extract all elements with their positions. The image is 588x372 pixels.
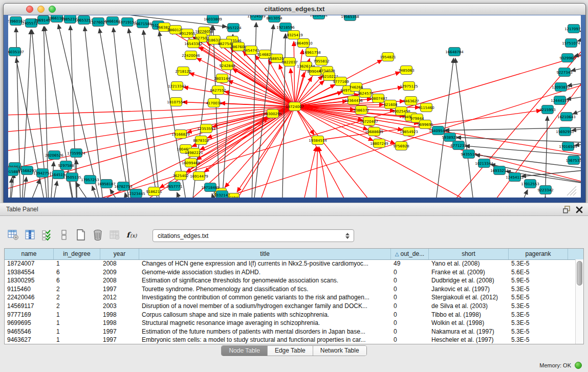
table-row[interactable]: 946554611997Estimation of the future num… (5, 327, 575, 336)
graph-node[interactable]: 9186211 (146, 187, 162, 196)
citation-edge[interactable] (295, 106, 581, 183)
table-cell[interactable]: 0 (391, 336, 429, 344)
column-header-name[interactable]: name (5, 249, 54, 259)
graph-node[interactable]: 7857224 (225, 24, 242, 32)
table-cell[interactable]: 9465546 (5, 327, 54, 336)
table-row[interactable]: 946362711997Embryonic stem cells: a mode… (5, 336, 575, 344)
table-cell[interactable]: 5.3E-5 (509, 311, 568, 319)
scrollbar-thumb[interactable] (577, 261, 582, 286)
citation-edge[interactable] (295, 50, 302, 106)
table-cell[interactable]: 5.5E-5 (509, 293, 568, 302)
graph-node[interactable]: 8215953 (539, 105, 555, 114)
table-cell[interactable]: 5.3E-5 (509, 327, 568, 336)
table-row[interactable]: 1456911722003Disruption of a novel membe… (5, 302, 575, 311)
citation-edge[interactable] (521, 169, 581, 177)
table-cell[interactable]: 1998 (100, 319, 139, 327)
graph-node[interactable]: 16648784 (445, 48, 464, 56)
table-cell[interactable]: 1 (54, 336, 100, 344)
graph-node[interactable]: 10213344 (475, 159, 493, 168)
graph-node[interactable]: 9115460 (418, 103, 434, 112)
citation-edge[interactable] (184, 87, 295, 106)
table-cell[interactable]: 2 (54, 285, 100, 294)
table-cell[interactable]: Stergiakouli et al. (2012) (429, 293, 509, 302)
table-cell[interactable]: 2003 (100, 302, 139, 311)
table-cell[interactable]: Dudbridge et al. (2008) (429, 276, 509, 285)
table-cell[interactable]: 6 (54, 268, 100, 277)
graph-node[interactable]: 16210643 (557, 113, 576, 121)
graph-node[interactable]: 9756928 (393, 142, 409, 150)
table-cell[interactable]: 5.9E-5 (509, 276, 568, 285)
table-cell[interactable]: 1997 (100, 285, 139, 294)
citation-edge[interactable] (577, 36, 581, 41)
table-cell[interactable]: Corpus callosum shape and size in male p… (139, 311, 391, 319)
citation-edge[interactable] (49, 181, 57, 198)
graph-node[interactable]: 12353593 (197, 124, 215, 133)
graph-node[interactable]: 17957253 (81, 176, 99, 184)
import-table-button[interactable] (108, 229, 121, 241)
new-table-button[interactable] (75, 229, 87, 241)
citation-edge[interactable] (21, 177, 27, 198)
citation-edge[interactable] (433, 41, 581, 198)
table-cell[interactable]: 0 (391, 319, 429, 327)
table-cell[interactable]: 9699695 (5, 319, 54, 327)
graph-node[interactable]: 15751074 (562, 39, 580, 48)
graph-node[interactable]: 9699695 (417, 120, 433, 129)
table-cell[interactable]: 49 (391, 259, 429, 268)
close-panel-icon[interactable] (576, 206, 583, 213)
graph-node[interactable]: 6771233 (450, 141, 466, 150)
table-cell[interactable]: 22420046 (5, 293, 54, 302)
table-cell[interactable]: Disruption of a novel member of a sodium… (139, 302, 391, 311)
table-cell[interactable]: Changes of HCN gene expression and I(f) … (139, 259, 391, 268)
table-cell[interactable]: Franke et al. (2009) (429, 268, 509, 277)
table-row[interactable]: 1830029562008Estimation of significance … (5, 276, 575, 285)
column-header-in_degree[interactable]: in_degree (54, 249, 100, 259)
table-cell[interactable]: 0 (391, 293, 429, 302)
table-cell[interactable]: Jankovic et al. (1997) (429, 285, 509, 294)
graph-node[interactable]: 7485063 (398, 66, 414, 75)
table-cell[interactable]: 2 (54, 293, 100, 302)
table-settings-button[interactable] (7, 229, 19, 241)
table-select-combobox[interactable]: citations_edges.txt (153, 229, 354, 242)
citation-edge[interactable] (456, 138, 581, 143)
citation-edge[interactable] (177, 192, 190, 198)
citation-edge[interactable] (297, 147, 316, 198)
citation-edge[interactable] (113, 28, 134, 198)
graph-node[interactable]: 2718120 (175, 67, 191, 76)
graph-node[interactable]: 9227343 (556, 68, 572, 77)
table-cell[interactable]: 5.6E-5 (509, 268, 568, 277)
delete-table-button[interactable] (92, 229, 104, 241)
table-cell[interactable]: 0 (391, 311, 429, 319)
graph-node[interactable]: 16914479 (190, 172, 208, 181)
table-cell[interactable]: 1998 (100, 311, 139, 319)
table-cell[interactable]: 5.3E-5 (509, 336, 568, 344)
table-cell[interactable]: 1997 (100, 327, 139, 336)
table-vertical-scrollbar[interactable] (575, 259, 583, 344)
graph-node[interactable]: 26035107 (8, 48, 24, 56)
table-cell[interactable]: 1 (54, 311, 100, 319)
citation-edge[interactable] (49, 162, 54, 198)
select-columns-button[interactable] (24, 229, 36, 241)
graph-node[interactable]: 16961758 (302, 48, 321, 57)
tab-edge-table[interactable]: Edge Table (268, 346, 313, 356)
graph-node[interactable]: 7625402 (172, 171, 188, 180)
graph-node[interactable]: 9223342 (537, 186, 553, 194)
minimize-window-button[interactable] (37, 6, 45, 13)
table-cell[interactable]: 5.3E-5 (509, 285, 568, 294)
graph-node[interactable]: 18640910 (294, 39, 313, 48)
graph-node[interactable]: 12975125 (400, 82, 418, 91)
graph-node[interactable]: 9777169 (333, 77, 349, 86)
table-row[interactable]: 969969511998Structural magnetic resonanc… (5, 319, 575, 327)
graph-node[interactable]: 12213343 (168, 82, 186, 91)
table-cell[interactable]: 2008 (100, 276, 139, 285)
table-cell[interactable]: 0 (391, 302, 429, 311)
tab-network-table[interactable]: Network Table (313, 346, 366, 356)
table-cell[interactable]: Tibbo et al. (1998) (429, 311, 509, 319)
table-cell[interactable]: 2 (54, 302, 100, 311)
table-cell[interactable]: 0 (391, 276, 429, 285)
citation-edge[interactable] (455, 58, 476, 198)
table-row[interactable]: 1872400712008Changes of HCN gene express… (5, 259, 575, 268)
graph-node[interactable]: 8427552 (210, 86, 226, 95)
graph-node[interactable]: 17012553 (521, 180, 539, 188)
table-cell[interactable]: de Silva et al. (2003) (429, 302, 509, 311)
table-cell[interactable]: Yano et al. (2008) (429, 259, 509, 268)
